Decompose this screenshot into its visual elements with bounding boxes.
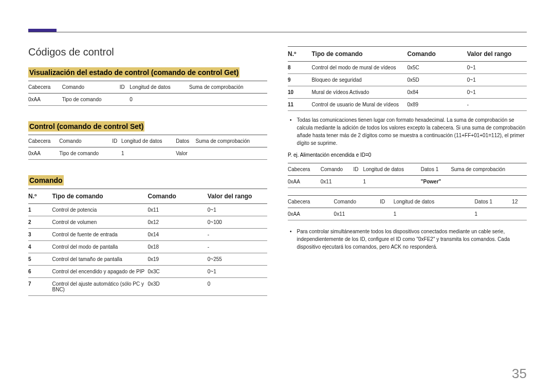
th: Cabecera [28, 135, 59, 147]
th-tipo: Tipo de comando [52, 189, 148, 204]
section-heading-set: Control (comando de control Set) [28, 121, 144, 132]
th: Datos 1 [421, 163, 451, 176]
page-number: 35 [512, 366, 527, 382]
th: Comando [334, 196, 380, 208]
left-column: Códigos de control Visualización del est… [28, 31, 267, 296]
td-rango: 0~1 [467, 86, 527, 99]
example-label: P. ej. Alimentación encendida e ID=0 [288, 152, 527, 158]
section-heading-get: Visualización del estado de control (com… [28, 67, 239, 78]
table-row: 11Control de usuario de Mural de vídeos0… [288, 99, 527, 111]
bullet-icon: • [290, 116, 292, 147]
table-row: 0xAA Tipo de comando 1 Valor [28, 147, 267, 160]
td-rango: 0~255 [208, 253, 267, 266]
th: Longitud de datos [121, 135, 176, 147]
th-no: N.º [288, 47, 312, 62]
th-no: N.º [28, 189, 52, 204]
td: 0x11 [321, 176, 354, 188]
table-set: Cabecera Comando ID Longitud de datos Da… [28, 135, 267, 160]
td-cmd: 0x12 [148, 216, 208, 229]
table-row: 6Control del encendido y apagado de PIP0… [28, 266, 267, 278]
table-commands-left: N.º Tipo de comando Comando Valor del ra… [28, 189, 267, 296]
table-row: Cabecera Comando ID Longitud de datos Su… [28, 81, 267, 94]
td: 1 [475, 208, 512, 220]
td-cmd: 0x84 [408, 86, 467, 99]
td-cmd: 0x3C [148, 266, 208, 278]
td: 0x11 [334, 208, 380, 220]
td-no: 2 [28, 216, 52, 229]
td-no: 7 [28, 278, 52, 296]
th: Suma de comprobación [451, 163, 527, 176]
td-rango: - [208, 229, 267, 241]
td [512, 208, 527, 220]
table-row: Cabecera Comando ID Longitud de datos Da… [288, 196, 527, 208]
table-row: 0xAA 0x11 1 "Power" [288, 176, 527, 188]
th: 12 [512, 196, 527, 208]
table-row: 0xAA 0x11 1 1 [288, 208, 527, 220]
td: 1 [121, 147, 176, 160]
table-row: 10Mural de vídeos Activado0x840~1 [288, 86, 527, 99]
td-tipo: Control del ajuste automático (sólo PC y… [52, 278, 148, 296]
td-cmd: 0x19 [148, 253, 208, 266]
td-no: 1 [28, 204, 52, 216]
td: 0xAA [28, 147, 59, 160]
td-cmd: 0x3D [148, 278, 208, 296]
td-tipo: Bloqueo de seguridad [312, 74, 408, 86]
td-no: 3 [28, 229, 52, 241]
table-header-row: N.º Tipo de comando Comando Valor del ra… [288, 47, 527, 62]
td-tipo: Control de usuario de Mural de vídeos [312, 99, 408, 111]
page-content: Códigos de control Visualización del est… [0, 0, 555, 311]
td-tipo: Control de potencia [52, 204, 148, 216]
th: ID [112, 135, 121, 147]
bullet-note-1: • Todas las comunicaciones tienen lugar … [290, 116, 527, 147]
th: Comando [321, 163, 354, 176]
th: Longitud de datos [130, 81, 189, 94]
th: Comando [62, 81, 120, 94]
td-cmd: 0x11 [148, 204, 208, 216]
table-header-row: N.º Tipo de comando Comando Valor del ra… [28, 189, 267, 204]
table-row: 1Control de potencia0x110~1 [28, 204, 267, 216]
td-no: 9 [288, 74, 312, 86]
table-example-2: Cabecera Comando ID Longitud de datos Da… [288, 195, 527, 220]
bullet-text: Todas las comunicaciones tienen lugar co… [297, 116, 527, 147]
th: Cabecera [28, 81, 62, 94]
td [196, 147, 268, 160]
table-row: 4Control del modo de pantalla0x18- [28, 241, 267, 253]
td-no: 8 [288, 62, 312, 74]
td-cmd: 0x5C [408, 62, 467, 74]
table-row: 8Control del modo de mural de vídeos0x5C… [288, 62, 527, 74]
table-row: Cabecera Comando ID Longitud de datos Da… [288, 163, 527, 176]
th: Datos 1 [475, 196, 512, 208]
table-row: 0xAA Tipo de comando 0 [28, 94, 267, 106]
table-row: 3Control de fuente de entrada0x14- [28, 229, 267, 241]
td: 0xAA [28, 94, 62, 106]
td-cmd: 0x18 [148, 241, 208, 253]
td-rango: 0~1 [208, 204, 267, 216]
td-tipo: Control de volumen [52, 216, 148, 229]
td: Tipo de comando [62, 94, 120, 106]
td-rango: 0~1 [467, 62, 527, 74]
th-rango: Valor del rango [467, 47, 527, 62]
td-no: 11 [288, 99, 312, 111]
th-rango: Valor del rango [208, 189, 267, 204]
section-heading-comando: Comando [28, 175, 64, 185]
th: Cabecera [288, 163, 321, 176]
bullet-text: Para controlar simultáneamente todos los… [297, 228, 527, 251]
th-cmd: Comando [408, 47, 467, 62]
table-row: Cabecera Comando ID Longitud de datos Da… [28, 135, 267, 147]
th: Cabecera [288, 196, 334, 208]
right-column: N.º Tipo de comando Comando Valor del ra… [288, 31, 527, 296]
table-commands-right: N.º Tipo de comando Comando Valor del ra… [288, 46, 527, 111]
td [380, 208, 393, 220]
td: 0xAA [288, 208, 334, 220]
td [120, 94, 130, 106]
th: Suma de comprobación [196, 135, 268, 147]
th: Suma de comprobación [189, 81, 267, 94]
td-no: 6 [28, 266, 52, 278]
td: 0xAA [288, 176, 321, 188]
page-title: Códigos de control [28, 46, 267, 58]
th: ID [354, 163, 363, 176]
td [354, 176, 363, 188]
th: Longitud de datos [394, 196, 475, 208]
td-rango: - [208, 241, 267, 253]
td [112, 147, 121, 160]
